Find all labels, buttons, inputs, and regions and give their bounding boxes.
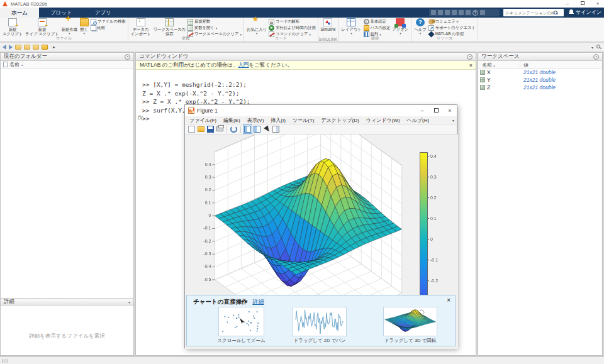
import-data-button[interactable]: データの インポート [130, 18, 152, 37]
panel-actions-icon[interactable] [125, 54, 130, 60]
doc-search-box[interactable] [503, 9, 564, 16]
banner-close-icon[interactable]: × [469, 61, 473, 70]
figure-menu-item[interactable]: ヘルプ(H) [407, 117, 430, 124]
section-label-file: ファイル [0, 36, 128, 41]
save-workspace-button[interactable]: ワークスペースの 保存 [153, 18, 186, 37]
colorbar-icon [244, 126, 251, 133]
find-files-button[interactable]: ファイルの検索 [91, 19, 126, 25]
tab-home[interactable]: ホーム [0, 8, 39, 18]
redo-icon[interactable] [466, 10, 471, 15]
layout-button[interactable]: レイアウト▾ [340, 18, 362, 37]
rotate3d-button[interactable] [230, 125, 238, 133]
open-variable-button[interactable]: 変数を開く▾ [187, 25, 242, 31]
recent-folder-icon[interactable] [33, 45, 39, 50]
chevron-down-icon: ▾ [216, 26, 218, 30]
tab-plots[interactable]: プロット [39, 8, 84, 18]
workspace-variable-row[interactable]: Y 21x21 double [478, 76, 602, 84]
figure-menu-item[interactable]: 編集(E) [223, 117, 240, 124]
browse-folder-icon[interactable] [24, 45, 30, 50]
save-figure-button[interactable] [206, 125, 215, 133]
new-figure-button[interactable] [187, 125, 196, 133]
new-variable-button[interactable]: 新規変数 [187, 19, 242, 25]
figure-menu-item[interactable]: ツール(T) [293, 117, 315, 124]
tips-close-icon[interactable]: × [447, 297, 450, 304]
window-minimize-button[interactable]: – [561, 0, 574, 8]
fx-function-hint[interactable]: fx [137, 114, 142, 121]
search-icon[interactable] [554, 11, 558, 15]
panel-actions-icon[interactable] [467, 54, 473, 60]
figure-menu-item[interactable]: ウィンドウ(W) [366, 117, 400, 124]
getting-started-link[interactable]: 入門 [238, 62, 249, 69]
window-maximize-button[interactable] [576, 0, 589, 8]
simulink-button[interactable]: Simulink [320, 18, 337, 37]
property-inspector-button[interactable] [272, 125, 280, 133]
set-path-button[interactable]: パスの設定 [364, 25, 391, 31]
forward-arrow-icon[interactable] [9, 45, 13, 50]
tip-caption-pan: ドラッグして 2D でパン [280, 338, 359, 344]
column-divider[interactable] [520, 61, 520, 68]
figure-menu-item[interactable]: ファイル(F) [189, 117, 216, 124]
notification-bell-icon[interactable] [569, 9, 574, 15]
workspace-variable-row[interactable]: Z 21x21 double [478, 84, 602, 91]
new-live-script-button[interactable]: 新規 ライブ スクリプト [25, 18, 59, 37]
help-button[interactable]: ヘルプ▾ [413, 18, 427, 37]
save-icon [207, 126, 214, 133]
copy-icon[interactable] [445, 10, 450, 15]
search-folder-icon[interactable] [596, 45, 601, 50]
back-arrow-icon[interactable] [3, 45, 6, 50]
open-file-button[interactable] [197, 125, 205, 133]
workspace-variable-row[interactable]: X 21x21 double [478, 69, 602, 76]
figure-minimize-button[interactable]: – [415, 105, 429, 116]
figure-menu-item[interactable]: 挿入(I) [271, 117, 286, 124]
compare-button[interactable]: 比較 [91, 25, 126, 31]
panel-actions-icon[interactable] [593, 54, 599, 60]
paste-icon[interactable] [452, 10, 457, 15]
button-label: アドオン [393, 27, 409, 31]
favorites-button[interactable]: お気に入り▾ [246, 18, 267, 37]
banner-text: をご覧ください。 [249, 62, 293, 69]
open-button[interactable]: 開く▾ [79, 18, 89, 37]
undo-icon[interactable] [459, 10, 464, 15]
edit-plot-button[interactable] [262, 125, 271, 133]
chevron-down-icon[interactable]: ▾ [591, 45, 593, 50]
figure-maximize-button[interactable] [429, 105, 443, 116]
save-icon[interactable] [431, 10, 436, 15]
print-figure-button[interactable] [216, 125, 224, 133]
tips-details-link[interactable]: 詳細 [252, 298, 264, 306]
ribbon-section-variable: データの インポート ワークスペースの 保存 新規変数 変数を開く▾ ワークスペ… [128, 18, 244, 41]
folder-up-icon[interactable] [15, 45, 21, 50]
run-and-time-button[interactable]: 実行および時間の計測 [269, 25, 316, 31]
set-path-icon [364, 25, 369, 31]
addons-button[interactable]: アドオン▾ [392, 18, 410, 37]
request-support-button[interactable]: サポートのリクエスト [428, 25, 476, 31]
customize-icon[interactable] [480, 10, 485, 15]
new-script-button[interactable]: 新規 スクリプト [2, 18, 23, 37]
details-bar[interactable]: 詳細 ▾ [1, 298, 133, 306]
chevron-down-icon[interactable]: ▾ [452, 118, 454, 123]
window-close-button[interactable]: × [591, 0, 604, 8]
figure-close-button[interactable]: × [443, 105, 457, 116]
command-line: >> [X,Y] = meshgrid(-2:.2:2); [142, 80, 476, 89]
community-button[interactable]: コミュニティ [428, 19, 476, 25]
figure-titlebar[interactable]: Figure 1 – × [185, 105, 457, 116]
current-folder-icon [42, 45, 48, 50]
tab-apps[interactable]: アプリ [84, 8, 123, 18]
insert-legend-button[interactable] [253, 125, 261, 133]
folder-name-column-header[interactable]: 名前 ▴ [1, 61, 133, 69]
new-button[interactable]: 新規作成▾ [61, 18, 78, 37]
analyze-code-button[interactable]: コードの解析 [269, 19, 316, 25]
cut-icon[interactable] [438, 10, 443, 15]
signin-link[interactable]: サインイン [576, 8, 601, 18]
chevron-down-icon: ▾ [69, 31, 70, 36]
figure-menu-item[interactable]: デスクトップ(D) [321, 117, 359, 124]
figure-window[interactable]: Figure 1 – × ファイル(F)編集(E)表示(V)挿入(I)ツール(T… [184, 104, 457, 348]
insert-colorbar-button[interactable] [243, 125, 252, 133]
figure-menu-item[interactable]: 表示(V) [247, 117, 264, 124]
banner-text: MATLAB のご利用がはじめての場合は、 [140, 62, 238, 69]
help-icon[interactable]: ? [473, 10, 478, 16]
doc-search-input[interactable] [503, 11, 554, 15]
preferences-button[interactable]: 基本設定 [364, 19, 391, 25]
workspace-column-headers[interactable]: 名前 ▴ 値 [478, 61, 602, 69]
button-label: ワークスペースの 保存 [154, 27, 186, 36]
breadcrumb[interactable]: ▸ [53, 45, 55, 50]
